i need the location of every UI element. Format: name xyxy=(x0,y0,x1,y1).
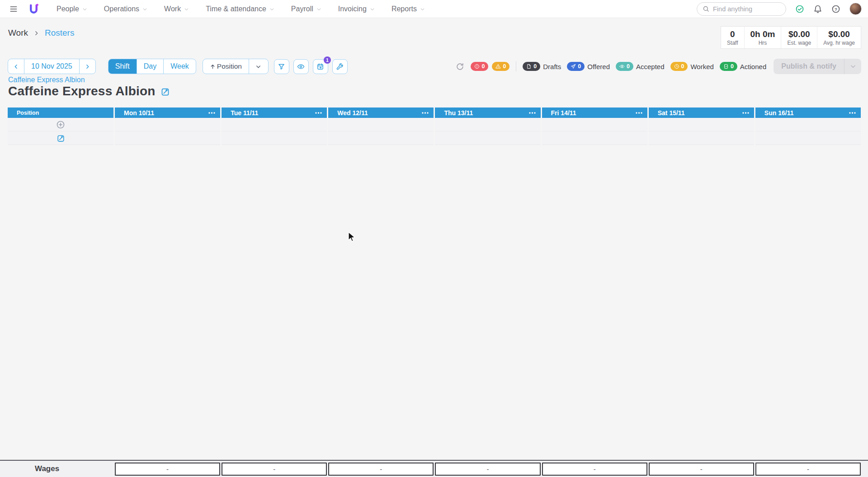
ellipsis-icon xyxy=(315,112,322,114)
shift-cell[interactable] xyxy=(222,118,327,131)
global-search[interactable] xyxy=(697,2,786,16)
status-count: 0 xyxy=(681,63,684,70)
shift-cell[interactable] xyxy=(435,118,540,131)
warning-triangle-icon xyxy=(495,64,501,69)
ellipsis-icon xyxy=(422,112,429,114)
publish-options-button[interactable] xyxy=(844,59,861,74)
shift-cell[interactable] xyxy=(755,132,861,145)
location-link[interactable]: Caffeine Express Albion xyxy=(8,76,85,84)
roster-template-button[interactable] xyxy=(57,134,65,143)
stat-staff: 0Staff xyxy=(721,27,744,48)
roster-toolbar: 10 Nov 2025 ShiftDayWeek Position xyxy=(8,59,861,74)
clipboard-check-icon xyxy=(723,64,729,69)
top-navigation-bar: PeopleOperationsWorkTime & attendancePay… xyxy=(0,0,868,18)
nav-item-invoicing[interactable]: Invoicing xyxy=(338,5,375,13)
shift-planner-button[interactable]: 1 xyxy=(313,59,328,74)
clock-icon xyxy=(674,64,679,69)
calendar-share-icon xyxy=(316,63,324,70)
nav-item-work[interactable]: Work xyxy=(164,5,189,13)
document-icon xyxy=(526,64,532,69)
view-toggle: ShiftDayWeek xyxy=(108,59,196,74)
column-header-thu-13-11: Thu 13/11 xyxy=(435,108,540,118)
column-header-position: Position xyxy=(8,108,113,118)
status-pill-worked[interactable]: 0 xyxy=(670,62,688,71)
status-pill-actioned[interactable]: 0 xyxy=(720,62,737,71)
roster-row-template xyxy=(8,132,861,145)
breadcrumb-work[interactable]: Work xyxy=(8,28,28,38)
column-header-fri-14-11: Fri 14/11 xyxy=(542,108,647,118)
nav-item-people[interactable]: People xyxy=(57,5,87,13)
nav-item-time-attendance[interactable]: Time & attendance xyxy=(206,5,274,13)
warnings-pill[interactable]: 0 xyxy=(492,62,509,71)
visibility-button[interactable] xyxy=(293,59,309,74)
app-logo-icon[interactable] xyxy=(28,3,39,15)
column-menu-button[interactable] xyxy=(849,108,856,118)
shift-cell[interactable] xyxy=(542,118,647,131)
column-menu-button[interactable] xyxy=(529,108,536,118)
help-icon[interactable]: ? xyxy=(831,5,840,14)
column-menu-button[interactable] xyxy=(315,108,322,118)
status-label: Worked xyxy=(690,63,713,70)
chevron-down-icon xyxy=(184,7,189,12)
nav-item-label: Work xyxy=(164,5,181,13)
view-option-week[interactable]: Week xyxy=(164,59,196,74)
view-option-day[interactable]: Day xyxy=(137,59,164,74)
edit-roster-icon[interactable] xyxy=(160,87,170,97)
shift-cell[interactable] xyxy=(435,132,540,145)
sort-selector: Position xyxy=(203,59,269,74)
column-menu-button[interactable] xyxy=(636,108,642,118)
column-menu-button[interactable] xyxy=(422,108,429,118)
shift-cell[interactable] xyxy=(328,132,434,145)
previous-week-button[interactable] xyxy=(8,59,24,74)
nav-item-payroll[interactable]: Payroll xyxy=(291,5,321,13)
sort-by-button[interactable]: Position xyxy=(203,59,249,74)
hamburger-menu-icon[interactable] xyxy=(9,5,18,14)
refresh-icon[interactable] xyxy=(456,62,464,71)
system-status-icon[interactable] xyxy=(795,5,804,14)
status-label: Drafts xyxy=(543,63,561,70)
view-option-shift[interactable]: Shift xyxy=(108,59,137,74)
status-label: Accepted xyxy=(636,63,665,70)
shift-cell[interactable] xyxy=(328,118,434,131)
main-nav: PeopleOperationsWorkTime & attendancePay… xyxy=(57,5,697,13)
chevron-down-icon xyxy=(142,7,147,12)
column-header-mon-10-11: Mon 10/11 xyxy=(115,108,220,118)
toolbar-divider xyxy=(516,61,516,71)
status-pill-drafts[interactable]: 0 xyxy=(523,62,540,71)
stat-value: $0.00 xyxy=(787,29,811,39)
sort-dropdown-button[interactable] xyxy=(249,59,268,74)
shift-cell[interactable] xyxy=(649,132,754,145)
status-pill-accepted[interactable]: 0 xyxy=(616,62,633,71)
search-input[interactable] xyxy=(713,5,780,13)
nav-item-reports[interactable]: Reports xyxy=(392,5,425,13)
tools-button[interactable] xyxy=(332,59,348,74)
column-header-label: Sun 16/11 xyxy=(764,109,794,117)
breadcrumb-rosters[interactable]: Rosters xyxy=(45,28,74,38)
date-picker-button[interactable]: 10 Nov 2025 xyxy=(24,59,80,74)
shift-cell[interactable] xyxy=(222,132,327,145)
shift-cell[interactable] xyxy=(115,132,220,145)
shift-cell[interactable] xyxy=(115,118,220,131)
errors-pill[interactable]: 0 xyxy=(471,62,488,71)
shift-cell[interactable] xyxy=(542,132,647,145)
eye-icon xyxy=(297,63,305,70)
publish-notify-button[interactable]: Publish & notify xyxy=(774,59,844,74)
wage-cell: - xyxy=(328,463,434,476)
chevron-right-icon xyxy=(33,30,39,36)
shift-cell[interactable] xyxy=(755,118,861,131)
nav-item-operations[interactable]: Operations xyxy=(104,5,147,13)
status-pill-offered[interactable]: 0 xyxy=(567,62,585,71)
next-week-button[interactable] xyxy=(80,59,95,74)
filter-button[interactable] xyxy=(274,59,289,74)
column-header-wed-12-11: Wed 12/11 xyxy=(328,108,434,118)
shift-cell[interactable] xyxy=(649,118,754,131)
column-menu-button[interactable] xyxy=(742,108,749,118)
add-position-button[interactable] xyxy=(56,120,65,129)
user-avatar[interactable] xyxy=(849,3,862,15)
status-count: 0 xyxy=(731,63,734,70)
roster-summary-stats: 0Staff0h 0mHrs$0.00Est. wage$0.00Avg. hr… xyxy=(721,26,861,49)
chevron-down-icon xyxy=(370,7,375,12)
column-menu-button[interactable] xyxy=(208,108,215,118)
column-header-label: Mon 10/11 xyxy=(124,109,154,117)
notifications-bell-icon[interactable] xyxy=(813,5,822,14)
